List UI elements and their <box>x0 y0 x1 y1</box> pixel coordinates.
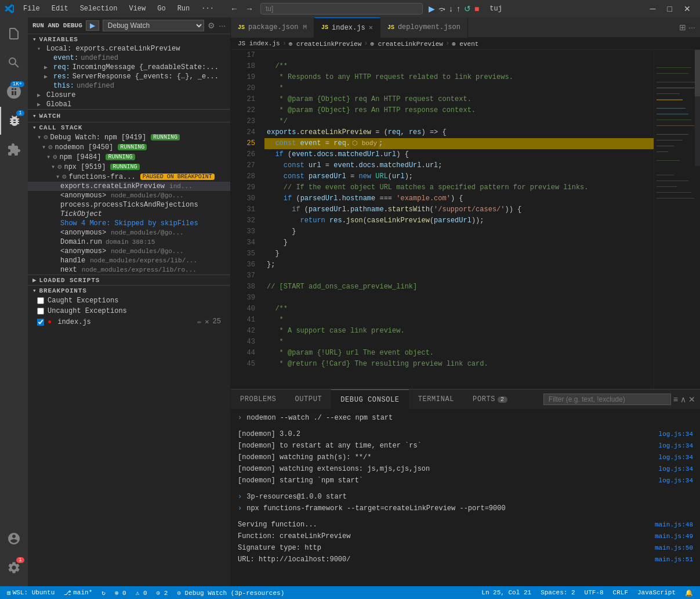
breakpoints-header[interactable]: ▾ BREAKPOINTS <box>28 286 230 295</box>
menu-more[interactable]: ··· <box>197 3 219 14</box>
link-log34-1[interactable]: log.js:34 <box>659 429 693 439</box>
status-warnings[interactable]: ⚠ 0 <box>133 589 150 597</box>
cs-npx[interactable]: ▾ ⚙ npx [9519] RUNNING <box>28 162 230 172</box>
debug-stop[interactable]: ■ <box>473 3 480 15</box>
bc-func1[interactable]: ⊕ createLinkPreview <box>289 40 361 48</box>
var-res[interactable]: ▶ res: ServerResponse {_events: {…}, _e.… <box>28 72 230 81</box>
call-stack-header[interactable]: ▾ CALL STACK <box>28 122 230 132</box>
debug-play-button[interactable]: ▶ <box>86 20 99 31</box>
link-main48[interactable]: main.js:48 <box>655 519 693 530</box>
bp-caught-checkbox[interactable] <box>37 297 44 304</box>
status-spaces[interactable]: Spaces: 2 <box>538 589 577 596</box>
bp-uncaught[interactable]: Uncaught Exceptions <box>28 306 230 316</box>
maximize-button[interactable]: □ <box>663 3 677 15</box>
minimize-button[interactable]: ─ <box>645 3 661 15</box>
closure-scope[interactable]: ▶ Closure <box>28 91 230 100</box>
menu-run[interactable]: Run <box>173 3 195 14</box>
var-event[interactable]: event: undefined <box>28 53 230 63</box>
activity-account[interactable] <box>0 525 28 553</box>
panel-tab-problems[interactable]: PROBLEMS <box>231 389 285 410</box>
nav-back[interactable]: ← <box>228 3 241 15</box>
cs-process-ticks[interactable]: process.processTicksAndRejections <box>28 200 230 210</box>
panel-tab-debug-console[interactable]: DEBUG CONSOLE <box>331 389 408 410</box>
link-log34-5[interactable]: log.js:34 <box>659 475 693 486</box>
bp-remove-icon[interactable]: ✕ <box>205 317 209 326</box>
activity-settings[interactable]: 1 <box>0 554 28 582</box>
activity-explorer[interactable] <box>0 20 28 48</box>
console-filter-input[interactable] <box>543 394 671 405</box>
cs-anon2[interactable]: <anonymous> node_modules/@go... <box>28 228 230 237</box>
link-main50[interactable]: main.js:50 <box>655 543 693 553</box>
status-language[interactable]: JavaScript <box>635 589 678 596</box>
status-wsl[interactable]: ⊞ WSL: Ubuntu <box>5 589 57 597</box>
console-close[interactable]: ✕ <box>688 395 695 404</box>
panel-tab-terminal[interactable]: TERMINAL <box>409 389 463 410</box>
status-errors[interactable]: ⊗ 0 <box>113 589 129 597</box>
bp-index-js[interactable]: ● index.js ✏ ✕ 25 <box>28 316 230 327</box>
panel-tab-ports[interactable]: PORTS 2 <box>463 389 517 410</box>
debug-step-over[interactable]: ⤼ <box>437 3 447 15</box>
cs-next[interactable]: next node_modules/express/lib/ro... <box>28 265 230 275</box>
bp-edit-icon[interactable]: ✏ <box>197 317 201 326</box>
nav-forward[interactable]: → <box>243 3 256 15</box>
tab-index-js[interactable]: JS index.js ✕ <box>314 17 380 38</box>
debug-config-dropdown[interactable]: Debug Watch <box>103 20 205 31</box>
cs-nodemon[interactable]: ▾ ⚙ nodemon [9450] RUNNING <box>28 142 230 152</box>
cs-exports-create[interactable]: exports.createLinkPreview ind... <box>28 182 230 191</box>
status-sync[interactable]: ↻ <box>99 589 108 597</box>
link-log34-4[interactable]: log.js:34 <box>659 464 693 474</box>
watch-header[interactable]: ▾ WATCH <box>28 111 230 121</box>
link-log34-3[interactable]: log.js:34 <box>659 452 693 463</box>
console-collapse[interactable]: ∧ <box>680 395 686 404</box>
code-content[interactable]: /** * Responds to any HTTP request relat… <box>260 50 654 389</box>
global-scope[interactable]: ▶ Global <box>28 100 230 109</box>
tab-close-index-js[interactable]: ✕ <box>369 23 373 32</box>
debug-restart[interactable]: ↺ <box>463 3 472 15</box>
link-main51[interactable]: main.js:51 <box>655 554 693 565</box>
more-actions-button[interactable]: ··· <box>688 23 695 32</box>
tab-deployment-json[interactable]: JS deployment.json <box>380 17 468 38</box>
activity-search[interactable] <box>0 49 28 77</box>
cs-tick-object[interactable]: TickObject <box>28 210 230 219</box>
var-req[interactable]: ▶ req: IncomingMessage {_readableState:.… <box>28 63 230 72</box>
status-encoding[interactable]: UTF-8 <box>582 589 606 596</box>
cs-debug-watch[interactable]: ▾ ⚙ Debug Watch: npm [9419] RUNNING <box>28 132 230 142</box>
activity-git[interactable]: 1K+ <box>0 78 28 106</box>
status-branch[interactable]: ⎇ main* <box>61 589 95 597</box>
bp-indexjs-checkbox[interactable] <box>37 319 44 326</box>
status-debug-ports[interactable]: ⊙ 2 <box>154 589 171 597</box>
tab-package-json[interactable]: JS package.json M <box>231 17 314 38</box>
activity-extensions[interactable] <box>0 136 28 164</box>
search-input[interactable] <box>260 3 423 15</box>
bp-caught[interactable]: Caught Exceptions <box>28 295 230 306</box>
cs-domain-run[interactable]: Domain.run domain 388:15 <box>28 237 230 247</box>
cs-anon1[interactable]: <anonymous> node_modules/@go... <box>28 191 230 200</box>
debug-more-button[interactable]: ··· <box>219 21 226 30</box>
menu-view[interactable]: View <box>124 3 150 14</box>
cs-anon3[interactable]: <anonymous> node_modules/@go... <box>28 247 230 256</box>
status-debug-info[interactable]: ⊙ Debug Watch (3p-resources) <box>175 589 286 597</box>
menu-edit[interactable]: Edit <box>47 3 73 14</box>
var-this[interactable]: this: undefined <box>28 81 230 91</box>
debug-continue[interactable]: ▶ <box>427 3 436 15</box>
loaded-scripts-header[interactable]: ▶ LOADED SCRIPTS <box>28 275 230 285</box>
menu-go[interactable]: Go <box>153 3 170 14</box>
bc-func2[interactable]: ⊕ createLinkPreview <box>370 40 443 48</box>
status-cursor[interactable]: Ln 25, Col 21 <box>479 589 534 596</box>
cs-functions-fra[interactable]: ▾ ⚙ functions-fra... PAUSED ON BREAKPOIN… <box>28 172 230 182</box>
debug-step-into[interactable]: ↓ <box>448 3 454 15</box>
bp-uncaught-checkbox[interactable] <box>37 308 44 315</box>
menu-selection[interactable]: Selection <box>75 3 122 14</box>
variables-header[interactable]: ▾ VARIABLES <box>28 34 230 44</box>
menu-file[interactable]: File <box>19 3 45 14</box>
link-main49[interactable]: main.js:49 <box>655 531 693 542</box>
activity-debug[interactable]: 1 <box>0 107 28 135</box>
close-button[interactable]: ✕ <box>679 3 695 15</box>
status-eol[interactable]: CRLF <box>611 589 630 596</box>
cs-handle[interactable]: handle node_modules/express/lib/... <box>28 256 230 265</box>
status-notifications[interactable]: 🔔 <box>683 589 695 597</box>
bc-event[interactable]: ⊗ event <box>452 40 478 48</box>
split-editor-button[interactable]: ⊞ <box>679 23 686 32</box>
cs-npm[interactable]: ▾ ⚙ npm [9484] RUNNING <box>28 152 230 162</box>
cs-skip-files[interactable]: Show 4 More: Skipped by skipFiles <box>28 219 230 228</box>
